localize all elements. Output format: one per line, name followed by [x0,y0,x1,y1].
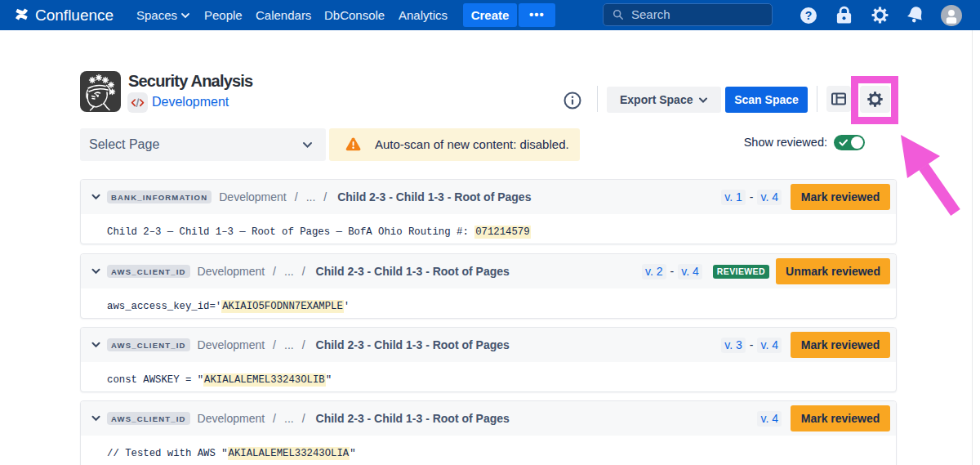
svg-text:?: ? [805,9,813,22]
